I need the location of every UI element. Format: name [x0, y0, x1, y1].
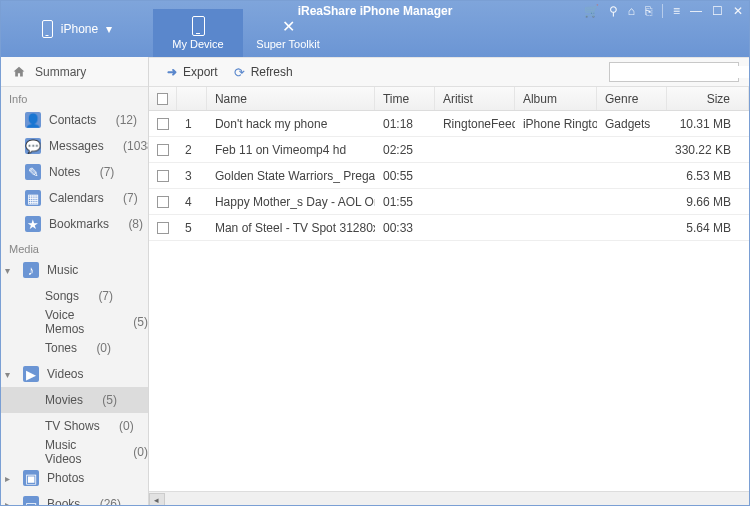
sidebar-item-notes[interactable]: ✎ Notes (7): [1, 159, 148, 185]
table-row[interactable]: 3Golden State Warriors_ Pregame D...00:5…: [149, 163, 749, 189]
cell-artist: [435, 189, 515, 214]
sidebar-item-videos[interactable]: ▾ ▶ Videos: [1, 361, 148, 387]
export-icon: ➜: [167, 65, 177, 79]
group-info: Info: [1, 87, 148, 107]
cart-icon[interactable]: 🛒: [584, 4, 599, 18]
sidebar-count: (1038): [123, 139, 149, 153]
row-checkbox[interactable]: [157, 118, 169, 130]
home-icon: [11, 64, 27, 80]
cell-album: iPhone Ringto...: [515, 111, 597, 136]
cell-time: 01:55: [375, 189, 435, 214]
button-label: Export: [183, 65, 218, 79]
minimize-icon[interactable]: —: [690, 4, 702, 18]
sidebar-item-bookmarks[interactable]: ★ Bookmarks (8): [1, 211, 148, 237]
col-artist[interactable]: Aritist: [435, 87, 515, 110]
maximize-icon[interactable]: ☐: [712, 4, 723, 18]
feedback-icon[interactable]: ⎘: [645, 4, 652, 18]
search-box[interactable]: 🔍: [609, 62, 739, 82]
sidebar-count: (7): [123, 191, 138, 205]
horizontal-scrollbar[interactable]: ◂: [149, 491, 749, 506]
sidebar-label: Notes: [49, 165, 80, 179]
menu-icon[interactable]: ≡: [673, 4, 680, 18]
expand-icon[interactable]: ▸: [5, 499, 15, 507]
cell-artist: [435, 215, 515, 240]
table-row[interactable]: 5Man of Steel - TV Spot 31280x720 ...00:…: [149, 215, 749, 241]
device-dropdown[interactable]: iPhone ▾: [1, 15, 153, 43]
cell-name: Don't hack my phone: [207, 111, 375, 136]
sidebar-count: (0): [133, 445, 148, 459]
sidebar-item-messages[interactable]: 💬 Messages (1038): [1, 133, 148, 159]
cell-size: 6.53 MB: [667, 163, 749, 188]
sidebar-item-summary[interactable]: Summary: [1, 59, 86, 85]
sidebar-label: Messages: [49, 139, 104, 153]
sidebar-item-tones[interactable]: Tones (0): [1, 335, 148, 361]
col-size[interactable]: Size: [667, 87, 749, 110]
cell-name: Man of Steel - TV Spot 31280x720 ...: [207, 215, 375, 240]
sidebar-count: (26): [100, 497, 121, 506]
video-icon: ▶: [23, 366, 39, 382]
refresh-button[interactable]: ⟳ Refresh: [226, 62, 301, 83]
col-time[interactable]: Time: [375, 87, 435, 110]
sidebar-item-photos[interactable]: ▸ ▣ Photos: [1, 465, 148, 491]
cell-num: 5: [177, 215, 207, 240]
home-icon[interactable]: ⌂: [628, 4, 635, 18]
sidebar-item-movies[interactable]: Movies (5): [1, 387, 148, 413]
table-row[interactable]: 1Don't hack my phone01:18RingtoneFeed...…: [149, 111, 749, 137]
sidebar-item-books[interactable]: ▸ ▭ Books (26): [1, 491, 148, 506]
messages-icon: 💬: [25, 138, 41, 154]
calendar-icon: ▦: [25, 190, 41, 206]
sidebar-item-contacts[interactable]: 👤 Contacts (12): [1, 107, 148, 133]
sidebar-count: (0): [119, 419, 134, 433]
sidebar-item-songs[interactable]: Songs (7): [1, 283, 148, 309]
sidebar-count: (7): [100, 165, 115, 179]
sidebar-item-calendars[interactable]: ▦ Calendars (7): [1, 185, 148, 211]
sidebar-count: (12): [116, 113, 137, 127]
cell-genre: [597, 189, 667, 214]
cell-album: [515, 163, 597, 188]
cell-name: Happy Mother_s Day - AOL Onmp4...: [207, 189, 375, 214]
link-icon[interactable]: ⚲: [609, 4, 618, 18]
sidebar-item-tv-shows[interactable]: TV Shows (0): [1, 413, 148, 439]
cell-size: 5.64 MB: [667, 215, 749, 240]
cell-num: 3: [177, 163, 207, 188]
sidebar-label: Voice Memos: [45, 308, 114, 336]
table-row[interactable]: 2Feb 11 on Vimeomp4 hd02:25330.22 KB: [149, 137, 749, 163]
device-label: iPhone: [61, 22, 98, 36]
sidebar-label: Music: [47, 263, 78, 277]
collapse-icon[interactable]: ▾: [5, 265, 15, 276]
tools-icon: ✕: [282, 16, 295, 36]
phone-icon: [42, 20, 53, 38]
sidebar-item-music-videos[interactable]: Music Videos (0): [1, 439, 148, 465]
row-checkbox[interactable]: [157, 170, 169, 182]
cell-size: 10.31 MB: [667, 111, 749, 136]
row-checkbox[interactable]: [157, 222, 169, 234]
sidebar-label: Photos: [47, 471, 84, 485]
col-album[interactable]: Album: [515, 87, 597, 110]
search-input[interactable]: [614, 66, 750, 78]
expand-icon[interactable]: ▸: [5, 473, 15, 484]
tab-my-device[interactable]: My Device: [153, 9, 243, 57]
sidebar-label: Books: [47, 497, 80, 506]
select-all-checkbox[interactable]: [157, 93, 168, 105]
row-checkbox[interactable]: [157, 196, 169, 208]
content: ➜ Export ⟳ Refresh 🔍 Name Time Aritist A…: [149, 57, 749, 506]
sidebar-item-voice-memos[interactable]: Voice Memos (5): [1, 309, 148, 335]
col-number[interactable]: [177, 87, 207, 110]
col-genre[interactable]: Genre: [597, 87, 667, 110]
scroll-left-icon[interactable]: ◂: [149, 493, 165, 506]
refresh-icon: ⟳: [234, 65, 245, 80]
close-icon[interactable]: ✕: [733, 4, 743, 18]
sidebar-label: Bookmarks: [49, 217, 109, 231]
sidebar-count: (7): [98, 289, 113, 303]
col-name[interactable]: Name: [207, 87, 375, 110]
cell-name: Golden State Warriors_ Pregame D...: [207, 163, 375, 188]
sidebar-label: Contacts: [49, 113, 96, 127]
collapse-icon[interactable]: ▾: [5, 369, 15, 380]
sidebar-label: Videos: [47, 367, 83, 381]
sidebar-item-music[interactable]: ▾ ♪ Music: [1, 257, 148, 283]
row-checkbox[interactable]: [157, 144, 169, 156]
table-row[interactable]: 4Happy Mother_s Day - AOL Onmp4...01:559…: [149, 189, 749, 215]
sidebar-count: (5): [102, 393, 117, 407]
export-button[interactable]: ➜ Export: [159, 62, 226, 82]
tab-label: Super Toolkit: [256, 38, 319, 50]
